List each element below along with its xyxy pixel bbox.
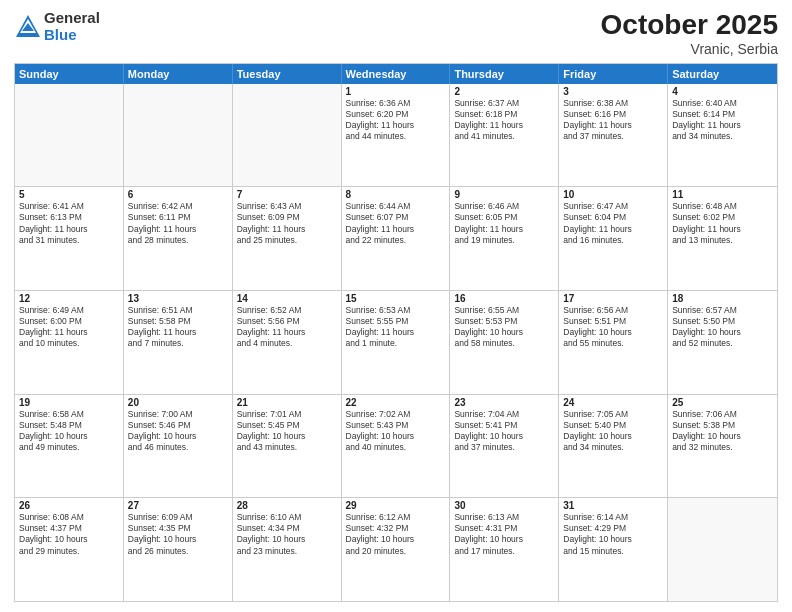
logo-blue-label: Blue: [44, 27, 100, 44]
calendar-row-1: 1Sunrise: 6:36 AM Sunset: 6:20 PM Daylig…: [15, 84, 777, 188]
day-number: 31: [563, 500, 663, 511]
cal-cell-r1c2: 7Sunrise: 6:43 AM Sunset: 6:09 PM Daylig…: [233, 187, 342, 290]
cell-sun-info: Sunrise: 6:41 AM Sunset: 6:13 PM Dayligh…: [19, 201, 119, 245]
cal-cell-r0c4: 2Sunrise: 6:37 AM Sunset: 6:18 PM Daylig…: [450, 84, 559, 187]
cell-sun-info: Sunrise: 6:10 AM Sunset: 4:34 PM Dayligh…: [237, 512, 337, 556]
day-number: 17: [563, 293, 663, 304]
cal-cell-r4c0: 26Sunrise: 6:08 AM Sunset: 4:37 PM Dayli…: [15, 498, 124, 601]
cal-cell-r4c2: 28Sunrise: 6:10 AM Sunset: 4:34 PM Dayli…: [233, 498, 342, 601]
day-number: 9: [454, 189, 554, 200]
weekday-header-saturday: Saturday: [668, 64, 777, 84]
day-number: 19: [19, 397, 119, 408]
cal-cell-r3c3: 22Sunrise: 7:02 AM Sunset: 5:43 PM Dayli…: [342, 395, 451, 498]
cell-sun-info: Sunrise: 7:06 AM Sunset: 5:38 PM Dayligh…: [672, 409, 773, 453]
day-number: 29: [346, 500, 446, 511]
cell-sun-info: Sunrise: 6:42 AM Sunset: 6:11 PM Dayligh…: [128, 201, 228, 245]
cal-cell-r1c6: 11Sunrise: 6:48 AM Sunset: 6:02 PM Dayli…: [668, 187, 777, 290]
location: Vranic, Serbia: [601, 41, 778, 57]
cell-sun-info: Sunrise: 6:36 AM Sunset: 6:20 PM Dayligh…: [346, 98, 446, 142]
day-number: 27: [128, 500, 228, 511]
logo-general-label: General: [44, 10, 100, 27]
cell-sun-info: Sunrise: 6:48 AM Sunset: 6:02 PM Dayligh…: [672, 201, 773, 245]
cell-sun-info: Sunrise: 6:40 AM Sunset: 6:14 PM Dayligh…: [672, 98, 773, 142]
cal-cell-r1c1: 6Sunrise: 6:42 AM Sunset: 6:11 PM Daylig…: [124, 187, 233, 290]
cal-cell-r0c2: [233, 84, 342, 187]
day-number: 8: [346, 189, 446, 200]
weekday-header-monday: Monday: [124, 64, 233, 84]
cal-cell-r1c4: 9Sunrise: 6:46 AM Sunset: 6:05 PM Daylig…: [450, 187, 559, 290]
cal-cell-r4c3: 29Sunrise: 6:12 AM Sunset: 4:32 PM Dayli…: [342, 498, 451, 601]
cell-sun-info: Sunrise: 7:00 AM Sunset: 5:46 PM Dayligh…: [128, 409, 228, 453]
cal-cell-r4c1: 27Sunrise: 6:09 AM Sunset: 4:35 PM Dayli…: [124, 498, 233, 601]
cal-cell-r0c0: [15, 84, 124, 187]
cal-cell-r4c4: 30Sunrise: 6:13 AM Sunset: 4:31 PM Dayli…: [450, 498, 559, 601]
day-number: 28: [237, 500, 337, 511]
calendar-page: General Blue October 2025 Vranic, Serbia…: [0, 0, 792, 612]
logo-text: General Blue: [44, 10, 100, 43]
cell-sun-info: Sunrise: 6:56 AM Sunset: 5:51 PM Dayligh…: [563, 305, 663, 349]
weekday-header-tuesday: Tuesday: [233, 64, 342, 84]
cal-cell-r2c3: 15Sunrise: 6:53 AM Sunset: 5:55 PM Dayli…: [342, 291, 451, 394]
calendar-row-3: 12Sunrise: 6:49 AM Sunset: 6:00 PM Dayli…: [15, 291, 777, 395]
day-number: 15: [346, 293, 446, 304]
month-title: October 2025: [601, 10, 778, 41]
cal-cell-r1c0: 5Sunrise: 6:41 AM Sunset: 6:13 PM Daylig…: [15, 187, 124, 290]
header: General Blue October 2025 Vranic, Serbia: [14, 10, 778, 57]
weekday-header-sunday: Sunday: [15, 64, 124, 84]
day-number: 4: [672, 86, 773, 97]
calendar-row-5: 26Sunrise: 6:08 AM Sunset: 4:37 PM Dayli…: [15, 498, 777, 601]
weekday-header-wednesday: Wednesday: [342, 64, 451, 84]
calendar-row-4: 19Sunrise: 6:58 AM Sunset: 5:48 PM Dayli…: [15, 395, 777, 499]
cal-cell-r0c1: [124, 84, 233, 187]
day-number: 10: [563, 189, 663, 200]
cell-sun-info: Sunrise: 6:57 AM Sunset: 5:50 PM Dayligh…: [672, 305, 773, 349]
cell-sun-info: Sunrise: 6:52 AM Sunset: 5:56 PM Dayligh…: [237, 305, 337, 349]
cal-cell-r0c6: 4Sunrise: 6:40 AM Sunset: 6:14 PM Daylig…: [668, 84, 777, 187]
day-number: 24: [563, 397, 663, 408]
cal-cell-r3c4: 23Sunrise: 7:04 AM Sunset: 5:41 PM Dayli…: [450, 395, 559, 498]
cell-sun-info: Sunrise: 6:09 AM Sunset: 4:35 PM Dayligh…: [128, 512, 228, 556]
day-number: 6: [128, 189, 228, 200]
cell-sun-info: Sunrise: 6:47 AM Sunset: 6:04 PM Dayligh…: [563, 201, 663, 245]
calendar-header: SundayMondayTuesdayWednesdayThursdayFrid…: [15, 64, 777, 84]
cell-sun-info: Sunrise: 7:01 AM Sunset: 5:45 PM Dayligh…: [237, 409, 337, 453]
day-number: 26: [19, 500, 119, 511]
cell-sun-info: Sunrise: 6:46 AM Sunset: 6:05 PM Dayligh…: [454, 201, 554, 245]
day-number: 20: [128, 397, 228, 408]
calendar-row-2: 5Sunrise: 6:41 AM Sunset: 6:13 PM Daylig…: [15, 187, 777, 291]
cell-sun-info: Sunrise: 7:02 AM Sunset: 5:43 PM Dayligh…: [346, 409, 446, 453]
logo-icon: [14, 13, 42, 41]
calendar-body: 1Sunrise: 6:36 AM Sunset: 6:20 PM Daylig…: [15, 84, 777, 601]
calendar: SundayMondayTuesdayWednesdayThursdayFrid…: [14, 63, 778, 602]
day-number: 7: [237, 189, 337, 200]
logo: General Blue: [14, 10, 100, 43]
cell-sun-info: Sunrise: 6:51 AM Sunset: 5:58 PM Dayligh…: [128, 305, 228, 349]
cell-sun-info: Sunrise: 6:55 AM Sunset: 5:53 PM Dayligh…: [454, 305, 554, 349]
weekday-header-friday: Friday: [559, 64, 668, 84]
cal-cell-r2c6: 18Sunrise: 6:57 AM Sunset: 5:50 PM Dayli…: [668, 291, 777, 394]
cal-cell-r2c0: 12Sunrise: 6:49 AM Sunset: 6:00 PM Dayli…: [15, 291, 124, 394]
cell-sun-info: Sunrise: 6:14 AM Sunset: 4:29 PM Dayligh…: [563, 512, 663, 556]
cal-cell-r3c1: 20Sunrise: 7:00 AM Sunset: 5:46 PM Dayli…: [124, 395, 233, 498]
cal-cell-r0c3: 1Sunrise: 6:36 AM Sunset: 6:20 PM Daylig…: [342, 84, 451, 187]
cal-cell-r2c5: 17Sunrise: 6:56 AM Sunset: 5:51 PM Dayli…: [559, 291, 668, 394]
day-number: 12: [19, 293, 119, 304]
cal-cell-r4c5: 31Sunrise: 6:14 AM Sunset: 4:29 PM Dayli…: [559, 498, 668, 601]
cell-sun-info: Sunrise: 6:38 AM Sunset: 6:16 PM Dayligh…: [563, 98, 663, 142]
cal-cell-r3c0: 19Sunrise: 6:58 AM Sunset: 5:48 PM Dayli…: [15, 395, 124, 498]
cal-cell-r2c1: 13Sunrise: 6:51 AM Sunset: 5:58 PM Dayli…: [124, 291, 233, 394]
title-block: October 2025 Vranic, Serbia: [601, 10, 778, 57]
cal-cell-r3c2: 21Sunrise: 7:01 AM Sunset: 5:45 PM Dayli…: [233, 395, 342, 498]
cell-sun-info: Sunrise: 6:37 AM Sunset: 6:18 PM Dayligh…: [454, 98, 554, 142]
cell-sun-info: Sunrise: 6:58 AM Sunset: 5:48 PM Dayligh…: [19, 409, 119, 453]
day-number: 21: [237, 397, 337, 408]
cal-cell-r1c3: 8Sunrise: 6:44 AM Sunset: 6:07 PM Daylig…: [342, 187, 451, 290]
cell-sun-info: Sunrise: 6:43 AM Sunset: 6:09 PM Dayligh…: [237, 201, 337, 245]
cal-cell-r0c5: 3Sunrise: 6:38 AM Sunset: 6:16 PM Daylig…: [559, 84, 668, 187]
day-number: 5: [19, 189, 119, 200]
weekday-header-thursday: Thursday: [450, 64, 559, 84]
day-number: 23: [454, 397, 554, 408]
cal-cell-r1c5: 10Sunrise: 6:47 AM Sunset: 6:04 PM Dayli…: [559, 187, 668, 290]
day-number: 2: [454, 86, 554, 97]
cal-cell-r3c6: 25Sunrise: 7:06 AM Sunset: 5:38 PM Dayli…: [668, 395, 777, 498]
